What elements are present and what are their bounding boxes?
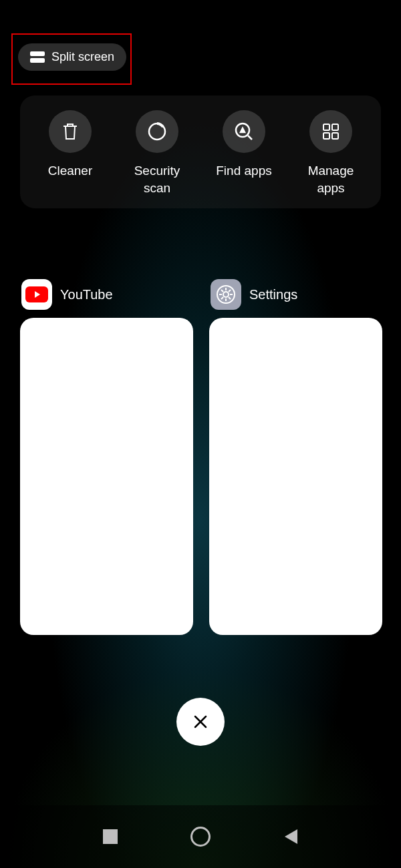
search-icon [234,122,254,142]
nav-back-button[interactable] [271,828,311,845]
grid-icon [322,123,340,140]
circle-icon [190,827,211,847]
svg-point-8 [223,292,229,297]
settings-icon [211,279,241,310]
svg-line-2 [248,136,252,140]
recent-apps-row: YouTube Settings [20,279,382,635]
clear-all-button[interactable] [176,698,225,746]
youtube-icon [21,279,52,310]
find-apps-tool[interactable]: Find apps [204,110,284,196]
youtube-title: YouTube [60,287,113,302]
gear-icon [215,284,237,305]
split-screen-icon [30,51,45,63]
split-screen-label: Split screen [51,50,114,64]
tool-panel: Cleaner Security scan Find apps [20,95,381,208]
youtube-preview [20,318,193,635]
split-screen-button[interactable]: Split screen [18,43,126,71]
cleaner-circle [49,110,92,153]
settings-preview [209,318,382,635]
manage-apps-tool[interactable]: Manage apps [291,110,371,196]
manage-label: Manage apps [308,162,354,196]
svg-rect-4 [332,124,338,130]
settings-header: Settings [209,279,382,318]
settings-title: Settings [249,287,297,302]
cleaner-tool[interactable]: Cleaner [30,110,110,196]
nav-recents-button[interactable] [90,829,130,844]
svg-rect-5 [323,133,329,139]
svg-rect-6 [332,133,338,139]
cleaner-label: Cleaner [48,162,93,180]
find-label: Find apps [216,162,271,180]
scan-icon [147,122,167,142]
youtube-card[interactable]: YouTube [20,279,193,635]
security-label: Security scan [134,162,180,196]
youtube-header: YouTube [20,279,193,318]
trash-icon [61,122,79,141]
nav-home-button[interactable] [180,827,221,847]
close-icon [192,713,209,730]
settings-card[interactable]: Settings [209,279,382,635]
navigation-bar [0,805,401,868]
security-circle [136,110,178,153]
security-tool[interactable]: Security scan [117,110,197,196]
svg-rect-3 [323,124,329,130]
square-icon [103,829,118,844]
find-circle [223,110,265,153]
triangle-back-icon [283,828,299,845]
manage-circle [309,110,352,153]
